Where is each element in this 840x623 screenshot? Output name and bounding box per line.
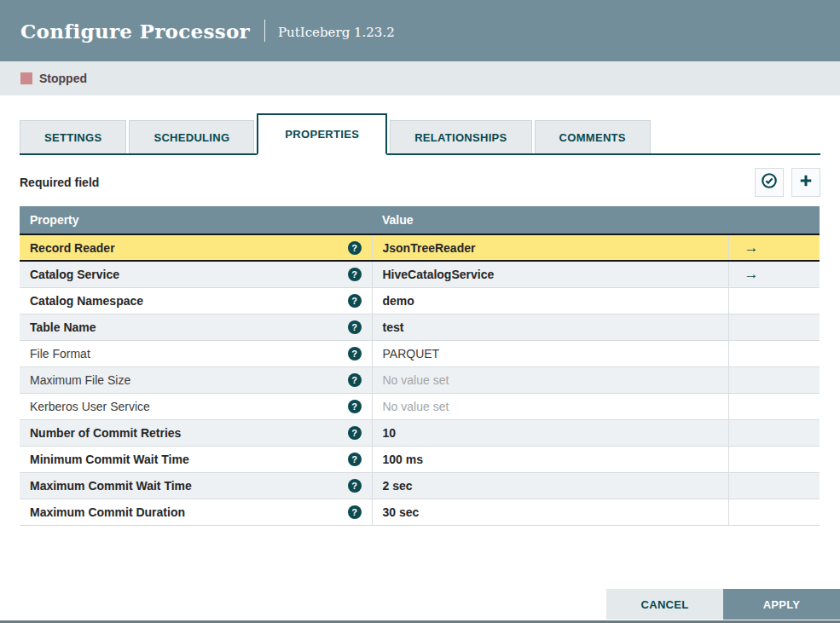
property-name: Table Name (30, 320, 96, 334)
table-row[interactable]: Maximum Commit Wait Time ? 2 sec (20, 472, 820, 499)
plus-icon (797, 172, 814, 193)
properties-table: Property Value Record Reader ? JsonTreeR… (20, 206, 820, 526)
help-icon[interactable]: ? (348, 268, 362, 281)
add-property-button[interactable] (791, 168, 820, 197)
help-icon[interactable]: ? (348, 400, 362, 413)
dialog-header: Configure Processor PutIceberg 1.23.2 (0, 0, 840, 61)
table-row[interactable]: Minimum Commit Wait Time ? 100 ms (20, 446, 820, 472)
property-name: Catalog Service (30, 268, 119, 281)
property-name: Minimum Commit Wait Time (30, 453, 189, 466)
property-name: Maximum Commit Duration (30, 505, 185, 519)
apply-button[interactable]: APPLY (723, 589, 840, 620)
property-value: 30 sec (383, 505, 420, 519)
property-value: PARQUET (383, 347, 440, 361)
help-icon[interactable]: ? (348, 373, 362, 387)
column-header-property: Property (20, 206, 372, 234)
table-row[interactable]: Record Reader ? JsonTreeReader → (20, 234, 820, 261)
help-icon[interactable]: ? (348, 479, 362, 493)
property-value: HiveCatalogService (383, 268, 495, 281)
verify-properties-button[interactable] (755, 168, 784, 197)
tab-relationships[interactable]: RELATIONSHIPS (390, 120, 531, 153)
status-label: Stopped (39, 72, 87, 85)
property-name: Maximum Commit Wait Time (30, 479, 192, 493)
tab-comments[interactable]: COMMENTS (535, 120, 651, 153)
dialog-title: Configure Processor (20, 20, 250, 43)
tab-label: SCHEDULING (154, 131, 229, 144)
table-row[interactable]: Maximum Commit Duration ? 30 sec (20, 499, 820, 525)
table-row[interactable]: Table Name ? test (20, 314, 820, 340)
tab-label: COMMENTS (559, 131, 626, 144)
table-row[interactable]: File Format ? PARQUET (20, 340, 820, 366)
tab-label: PROPERTIES (285, 128, 359, 141)
tab-label: SETTINGS (44, 131, 101, 144)
help-icon[interactable]: ? (348, 347, 362, 361)
property-value: demo (383, 294, 414, 308)
table-row[interactable]: Maximum File Size ? No value set (20, 366, 820, 393)
property-value: 10 (383, 426, 397, 440)
property-name: Maximum File Size (30, 373, 130, 387)
help-icon[interactable]: ? (348, 241, 362, 255)
properties-toolbar: Required field (20, 168, 820, 197)
property-name: Record Reader (30, 241, 115, 255)
column-header-actions (728, 206, 820, 234)
check-circle-icon (761, 172, 778, 193)
dialog-footer: CANCEL APPLY (606, 589, 840, 620)
tab-properties[interactable]: PROPERTIES (257, 113, 387, 155)
help-icon[interactable]: ? (348, 320, 362, 334)
dialog-content: SETTINGS SCHEDULING PROPERTIES RELATIONS… (0, 115, 840, 526)
table-header-row: Property Value (20, 206, 820, 234)
help-icon[interactable]: ? (348, 453, 362, 466)
tab-label: RELATIONSHIPS (414, 131, 507, 144)
column-header-value: Value (372, 206, 728, 234)
processor-name-version: PutIceberg 1.23.2 (278, 25, 395, 40)
tab-bar: SETTINGS SCHEDULING PROPERTIES RELATIONS… (20, 115, 820, 155)
property-value: 100 ms (383, 453, 423, 466)
table-row[interactable]: Catalog Namespace ? demo (20, 287, 820, 314)
property-value: No value set (383, 400, 449, 413)
property-name: File Format (30, 347, 90, 361)
property-value: 2 sec (383, 479, 413, 493)
required-field-label: Required field (20, 176, 99, 189)
property-name: Catalog Namespace (30, 294, 143, 308)
property-name: Kerberos User Service (30, 400, 150, 413)
help-icon[interactable]: ? (348, 294, 362, 308)
cancel-button[interactable]: CANCEL (606, 589, 723, 620)
goto-service-arrow-icon[interactable]: → (739, 266, 759, 283)
goto-service-arrow-icon[interactable]: → (739, 239, 759, 257)
property-name: Number of Commit Retries (30, 426, 181, 440)
table-row[interactable]: Kerberos User Service ? No value set (20, 393, 820, 419)
help-icon[interactable]: ? (348, 505, 362, 519)
stopped-square-icon (20, 72, 32, 84)
tab-scheduling[interactable]: SCHEDULING (129, 120, 254, 153)
property-table-body: Record Reader ? JsonTreeReader → Catalog… (20, 234, 820, 525)
property-value: No value set (383, 373, 449, 387)
status-bar: Stopped (0, 61, 840, 95)
title-divider (264, 20, 265, 42)
tab-settings[interactable]: SETTINGS (20, 120, 126, 153)
property-value: test (383, 320, 404, 334)
help-icon[interactable]: ? (348, 426, 362, 440)
table-row[interactable]: Catalog Service ? HiveCatalogService → (20, 261, 820, 287)
property-value: JsonTreeReader (383, 241, 476, 255)
table-row[interactable]: Number of Commit Retries ? 10 (20, 419, 820, 446)
